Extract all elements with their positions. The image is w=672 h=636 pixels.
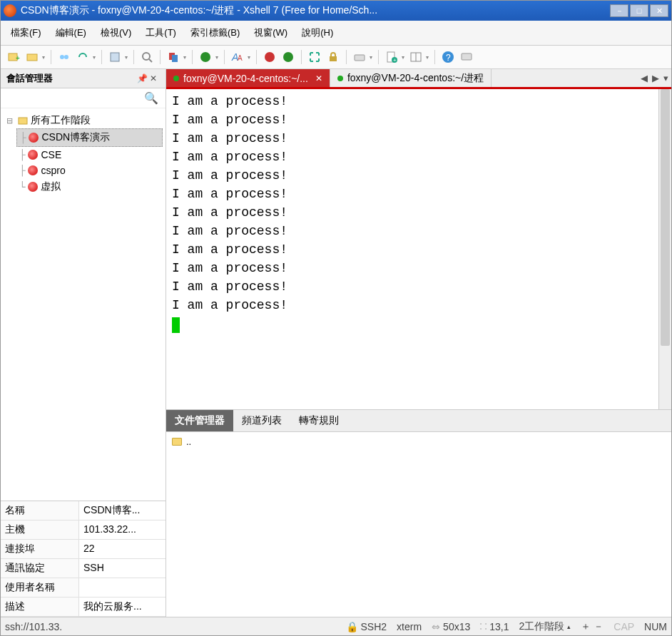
window-buttons: － □ ✕ bbox=[609, 4, 668, 17]
dropdown-icon[interactable]: ▾ bbox=[182, 54, 188, 61]
maximize-button[interactable]: □ bbox=[630, 4, 648, 17]
sidebar-title: 會話管理器 bbox=[6, 72, 134, 85]
status-sessions[interactable]: 2工作階段 bbox=[519, 620, 565, 633]
properties-icon[interactable] bbox=[106, 48, 123, 66]
svg-rect-5 bbox=[111, 53, 119, 61]
tab-channel-list[interactable]: 頻道列表 bbox=[233, 410, 290, 431]
layout-icon[interactable] bbox=[407, 48, 424, 66]
scrollbar[interactable] bbox=[658, 89, 671, 409]
menu-window[interactable]: 視窗(W) bbox=[248, 24, 293, 42]
terminal-line: I am a process! bbox=[172, 259, 666, 277]
feedback-icon[interactable] bbox=[458, 48, 475, 66]
terminal-line: I am a process! bbox=[172, 203, 666, 222]
tree-root[interactable]: ⊟ 所有工作階段 bbox=[4, 113, 163, 128]
property-row: 連接埠22 bbox=[1, 540, 166, 559]
terminal-line: I am a process! bbox=[172, 166, 666, 185]
svg-rect-16 bbox=[355, 55, 365, 61]
dropdown-icon[interactable]: ▾ bbox=[424, 54, 430, 61]
status-term: xterm bbox=[397, 621, 422, 632]
pin-icon[interactable]: 📌 bbox=[137, 73, 147, 83]
tab-active[interactable]: foxny@VM-20-4-centos:~/... ✕ bbox=[166, 69, 330, 87]
status-dot-icon bbox=[337, 76, 343, 81]
session-item[interactable]: ├CSDN博客演示 bbox=[16, 128, 163, 147]
menu-view[interactable]: 檢視(V) bbox=[95, 24, 137, 42]
dropdown-icon[interactable]: ▾ bbox=[123, 54, 129, 61]
xshell-icon[interactable] bbox=[261, 48, 278, 66]
terminal-line: I am a process! bbox=[172, 222, 666, 240]
search-icon[interactable] bbox=[138, 48, 156, 66]
property-row: 描述我的云服务... bbox=[1, 597, 166, 617]
property-key: 使用者名稱 bbox=[1, 578, 79, 597]
terminal-line: I am a process! bbox=[172, 277, 666, 296]
session-item[interactable]: ├CSE bbox=[16, 147, 163, 163]
dropdown-icon[interactable]: ▾ bbox=[400, 54, 406, 61]
menu-bookmarks[interactable]: 索引標籤(B) bbox=[185, 24, 245, 42]
close-tab-icon[interactable]: － bbox=[594, 620, 604, 633]
reconnect-icon[interactable] bbox=[74, 48, 91, 66]
add-tab-icon[interactable]: ＋ bbox=[581, 620, 591, 633]
fullscreen-icon[interactable] bbox=[306, 48, 323, 66]
property-row: 通訊協定SSH bbox=[1, 559, 166, 578]
tab-inactive[interactable]: foxny@VM-20-4-centos:~/进程 bbox=[330, 69, 492, 87]
dropdown-icon[interactable]: ▾ bbox=[246, 54, 252, 61]
dropdown-icon[interactable]: ▾ bbox=[368, 54, 374, 61]
tree-root-label: 所有工作階段 bbox=[31, 114, 91, 127]
terminal-line: I am a process! bbox=[172, 111, 666, 129]
minimize-button[interactable]: － bbox=[610, 4, 628, 17]
dropdown-icon[interactable]: ▾ bbox=[214, 54, 220, 61]
property-row: 名稱CSDN博客... bbox=[1, 501, 166, 520]
svg-point-14 bbox=[283, 52, 293, 62]
tab-menu-icon[interactable]: ▾ bbox=[663, 73, 668, 83]
status-address: ssh://101.33. bbox=[5, 621, 62, 632]
session-label: CSE bbox=[41, 149, 61, 160]
file-row-up[interactable]: .. bbox=[172, 435, 666, 448]
titlebar: CSDN博客演示 - foxny@VM-20-4-centos:~/进程 - X… bbox=[1, 1, 671, 21]
tab-prev-icon[interactable]: ◀ bbox=[641, 73, 648, 83]
menu-help[interactable]: 說明(H) bbox=[296, 24, 339, 42]
dropdown-icon[interactable]: ▴ bbox=[567, 623, 571, 630]
disconnect-icon[interactable] bbox=[56, 48, 73, 66]
tab-next-icon[interactable]: ▶ bbox=[652, 73, 659, 83]
property-key: 描述 bbox=[1, 597, 79, 616]
copy-icon[interactable] bbox=[165, 48, 182, 66]
status-protocol: SSH2 bbox=[361, 621, 387, 632]
tab-close-icon[interactable]: ✕ bbox=[315, 73, 322, 83]
tab-file-manager[interactable]: 文件管理器 bbox=[166, 410, 233, 431]
close-panel-icon[interactable]: ✕ bbox=[150, 73, 160, 83]
terminal-line: I am a process! bbox=[172, 296, 666, 314]
new-session-icon[interactable]: + bbox=[5, 48, 22, 66]
close-button[interactable]: ✕ bbox=[650, 4, 668, 17]
file-name: .. bbox=[186, 436, 191, 447]
menu-tools[interactable]: 工具(T) bbox=[140, 24, 182, 42]
xftp-icon[interactable] bbox=[280, 48, 297, 66]
property-row: 主機101.33.22... bbox=[1, 520, 166, 540]
status-cap: CAP bbox=[614, 621, 634, 632]
session-item[interactable]: ├cspro bbox=[16, 163, 163, 178]
open-icon[interactable] bbox=[24, 48, 41, 66]
keyboard-icon[interactable] bbox=[351, 48, 368, 66]
dropdown-icon[interactable]: ▾ bbox=[41, 54, 46, 61]
session-item[interactable]: └虚拟 bbox=[16, 178, 163, 195]
terminal-line: I am a process! bbox=[172, 92, 666, 111]
menu-edit[interactable]: 編輯(E) bbox=[50, 24, 92, 42]
terminal-cursor bbox=[172, 317, 180, 333]
tab-label: foxny@VM-20-4-centos:~/... bbox=[183, 73, 308, 84]
status-dot-icon bbox=[173, 76, 179, 81]
menu-file[interactable]: 檔案(F) bbox=[5, 24, 47, 42]
svg-rect-25 bbox=[19, 118, 27, 124]
terminal[interactable]: I am a process!I am a process!I am a pro… bbox=[166, 89, 671, 409]
collapse-icon[interactable]: ⊟ bbox=[6, 116, 15, 125]
tab-forward-rules[interactable]: 轉寄規則 bbox=[290, 410, 347, 431]
svg-rect-9 bbox=[172, 55, 178, 62]
dropdown-icon[interactable]: ▾ bbox=[91, 54, 97, 61]
lock-icon[interactable] bbox=[325, 48, 342, 66]
globe-icon[interactable] bbox=[197, 48, 214, 66]
font-icon[interactable]: AA bbox=[229, 48, 246, 66]
help-icon[interactable]: ? bbox=[439, 48, 457, 66]
terminal-line: I am a process! bbox=[172, 240, 666, 259]
search-icon[interactable]: 🔍 bbox=[140, 90, 163, 106]
svg-text:+: + bbox=[393, 57, 397, 63]
svg-point-4 bbox=[64, 55, 68, 59]
new-file-icon[interactable]: + bbox=[383, 48, 400, 66]
svg-text:A: A bbox=[238, 54, 243, 62]
